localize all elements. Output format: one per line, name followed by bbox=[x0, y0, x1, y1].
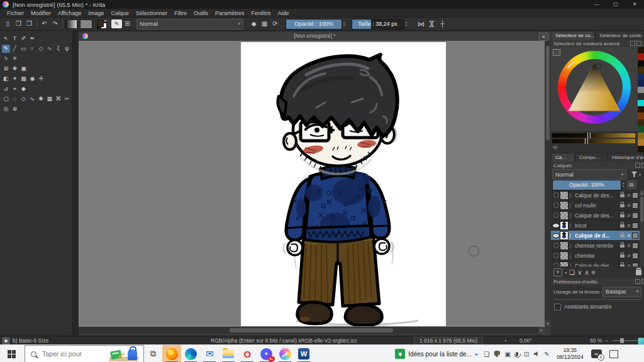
menu-modifier[interactable]: Modifier bbox=[31, 10, 51, 16]
menu-aide[interactable]: Aide bbox=[278, 10, 289, 16]
recent-color-swatch[interactable] bbox=[638, 67, 644, 73]
security-shield-icon[interactable] bbox=[494, 351, 500, 358]
inherit-alpha-icon[interactable] bbox=[632, 253, 638, 259]
inherit-alpha-icon[interactable] bbox=[632, 263, 638, 267]
visibility-toggle-icon[interactable] bbox=[552, 243, 560, 248]
layer-row[interactable]: ʃ Calque de des... α bbox=[551, 211, 640, 221]
canvas-horizontal-scrollbar[interactable]: ▸ bbox=[79, 327, 545, 334]
pattern-swatch[interactable] bbox=[80, 19, 92, 29]
canvas-rotation-icon[interactable]: ◔ bbox=[503, 337, 507, 344]
recent-color-swatch[interactable] bbox=[638, 112, 644, 119]
float-docker-icon[interactable] bbox=[635, 279, 640, 284]
layer-blend-mode-dropdown[interactable]: Normal bbox=[552, 169, 626, 180]
reload-preset-icon[interactable]: ⟳ bbox=[270, 19, 280, 29]
lock-icon[interactable] bbox=[620, 244, 625, 248]
tab-historique[interactable]: Historique d'annu... bbox=[608, 153, 644, 162]
move-layer-up-button[interactable]: ∧ bbox=[584, 269, 589, 276]
menu-affichage[interactable]: Affichage bbox=[58, 10, 81, 16]
inherit-alpha-icon[interactable] bbox=[632, 243, 638, 249]
taskbar-edge[interactable] bbox=[181, 345, 200, 362]
action-center-icon[interactable] bbox=[609, 350, 618, 358]
float-docker-icon[interactable] bbox=[630, 41, 635, 46]
alpha-lock-icon[interactable]: α bbox=[627, 233, 630, 238]
float-docker-icon[interactable] bbox=[635, 163, 640, 168]
taskbar-explorer[interactable] bbox=[219, 345, 238, 362]
screen-share-icon[interactable]: ⊡ bbox=[524, 351, 529, 358]
brush-preset-icon[interactable] bbox=[3, 337, 9, 344]
close-button[interactable]: ✕ bbox=[625, 0, 644, 9]
layer-filter-icon[interactable] bbox=[631, 172, 637, 177]
size-spinner[interactable]: ▴▾ bbox=[406, 21, 408, 27]
lock-icon[interactable] bbox=[620, 265, 625, 266]
lock-icon[interactable] bbox=[620, 255, 625, 258]
tab-composition[interactable]: Compo... bbox=[575, 153, 608, 162]
tool-select-rectangular[interactable]: ▢ bbox=[2, 95, 10, 103]
mirror-vertical-icon[interactable]: ⋈ bbox=[426, 19, 437, 29]
tool-measure[interactable]: ⊿ bbox=[2, 85, 10, 93]
tool-pan[interactable]: ⊕ bbox=[11, 105, 19, 113]
hue-ring[interactable] bbox=[558, 51, 631, 124]
tool-multibrush[interactable]: ✳ bbox=[11, 55, 19, 63]
layers-scrollbar[interactable]: ▴ bbox=[640, 190, 644, 266]
tool-edit-shapes[interactable]: ✐ bbox=[19, 35, 28, 43]
close-docker-icon[interactable] bbox=[636, 41, 641, 46]
add-layer-dropdown-arrow[interactable]: ▾ bbox=[565, 270, 567, 275]
layer-row[interactable]: ʃ Calque de des... α bbox=[551, 261, 640, 266]
add-layer-button[interactable]: + bbox=[553, 268, 562, 277]
lock-icon[interactable] bbox=[620, 214, 625, 217]
blend-mode-dropdown[interactable]: Normal bbox=[136, 19, 243, 30]
recent-color-swatch[interactable] bbox=[638, 100, 644, 106]
visibility-toggle-icon[interactable] bbox=[552, 212, 560, 218]
menu-filtre[interactable]: Filtre bbox=[174, 10, 187, 16]
close-docker-icon[interactable] bbox=[641, 279, 644, 284]
tool-transform[interactable]: ⊞ bbox=[2, 65, 10, 73]
visibility-toggle-icon[interactable] bbox=[552, 253, 560, 258]
tool-crop[interactable]: ▣ bbox=[19, 65, 28, 73]
tool-bezier[interactable]: ζ bbox=[54, 45, 62, 53]
tool-gradient[interactable]: ◧ bbox=[2, 75, 10, 83]
color-history-strip-2[interactable] bbox=[552, 139, 635, 143]
inherit-alpha-icon[interactable] bbox=[632, 233, 638, 239]
gradient-swatch[interactable] bbox=[65, 19, 77, 29]
alpha-lock-icon[interactable]: α bbox=[627, 212, 630, 218]
tool-freehand-path[interactable]: ψ bbox=[63, 45, 71, 53]
visibility-toggle-icon[interactable] bbox=[552, 202, 560, 208]
taskbar-krita[interactable] bbox=[275, 345, 294, 362]
tool-colorize-mask[interactable]: ◉ bbox=[28, 75, 36, 83]
tab-color-selector-2[interactable]: Sélecteur de coule... bbox=[595, 31, 644, 40]
recent-color-swatch[interactable] bbox=[638, 119, 644, 126]
alpha-lock-icon[interactable]: α bbox=[627, 192, 630, 198]
open-document-icon[interactable]: ❒ bbox=[13, 19, 24, 29]
layer-row[interactable]: ʃ chemise α bbox=[551, 251, 640, 261]
inherit-alpha-icon[interactable] bbox=[632, 212, 638, 219]
tool-dynamic-brush[interactable]: ϟ bbox=[2, 55, 10, 63]
recent-color-swatch[interactable] bbox=[638, 60, 644, 67]
tool-polygon[interactable]: ◇ bbox=[37, 45, 45, 53]
task-view-button[interactable]: ⧉ bbox=[150, 349, 156, 359]
menu-outils[interactable]: Outils bbox=[194, 10, 208, 16]
save-icon[interactable]: ❐ bbox=[24, 19, 35, 29]
tool-calligraphy[interactable]: ✒ bbox=[28, 35, 36, 43]
speaker-icon[interactable] bbox=[534, 351, 540, 357]
tool-rectangle[interactable]: ▭ bbox=[19, 45, 28, 53]
canvas-vertical-scrollbar[interactable]: ▾ bbox=[545, 41, 551, 327]
recent-color-swatch[interactable] bbox=[638, 146, 644, 152]
layer-row[interactable]: ʃ tricot α bbox=[551, 221, 640, 231]
menu-selectionner[interactable]: Sélectionner bbox=[136, 10, 167, 16]
opacity-spinner[interactable]: ▴▾ bbox=[343, 21, 345, 27]
redo-icon[interactable]: ↷ bbox=[50, 19, 60, 29]
menu-calque[interactable]: Calque bbox=[111, 10, 129, 16]
lock-icon[interactable] bbox=[620, 194, 625, 197]
new-document-icon[interactable]: ▯ bbox=[3, 19, 13, 29]
alpha-lock-icon[interactable]: α bbox=[627, 253, 630, 258]
tray-notes-app[interactable]: Idées pour la liste de... bbox=[395, 349, 472, 359]
recent-color-swatch[interactable] bbox=[638, 106, 644, 112]
recent-color-swatch[interactable] bbox=[638, 133, 644, 139]
alpha-lock-icon[interactable]: α bbox=[627, 202, 630, 208]
menu-parametres[interactable]: Paramètres bbox=[215, 10, 245, 16]
tray-messenger-icon[interactable]: ∞ 1 bbox=[591, 349, 602, 358]
size-slider[interactable]: Taille : 38,24 px bbox=[352, 19, 404, 30]
tool-freehand-brush[interactable]: ✎ bbox=[2, 45, 10, 53]
pen-icon[interactable]: ✎ bbox=[544, 351, 549, 358]
taskbar-mail[interactable]: ✉ bbox=[200, 345, 219, 362]
